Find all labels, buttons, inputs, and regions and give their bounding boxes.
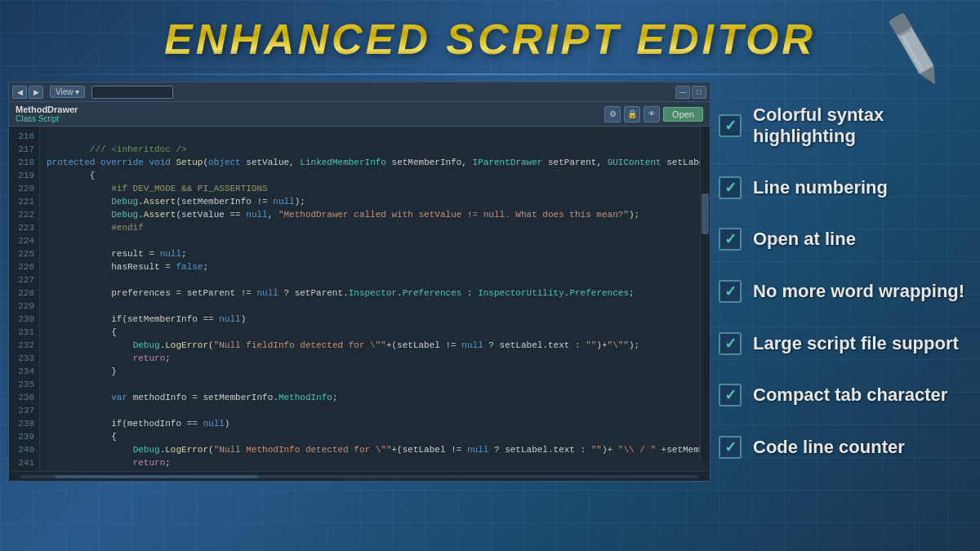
settings-icon: ⚙ <box>609 109 617 118</box>
editor-toolbar: ◀ ▶ View ▾ — □ <box>9 82 710 102</box>
feature-checkbox-compact-tab[interactable] <box>719 384 742 407</box>
title-bar: ENHANCED SCRIPT EDITOR <box>0 0 980 73</box>
nav-back-icon: ◀ <box>17 88 23 96</box>
feature-label-line-numbering: Line numbering <box>753 177 888 198</box>
open-button[interactable]: Open <box>663 107 703 122</box>
search-input[interactable] <box>91 86 173 99</box>
feature-checkbox-line-numbering[interactable] <box>719 176 742 199</box>
feature-label-colorful-syntax: Colorful syntax highlighting <box>753 104 972 147</box>
feature-label-line-counter: Code line counter <box>753 437 905 458</box>
horizontal-scrollbar[interactable] <box>9 471 710 481</box>
feature-item-compact-tab: Compact tab character <box>719 380 972 410</box>
feature-checkbox-open-at-line[interactable] <box>719 228 742 251</box>
file-name: MethodDrawer <box>16 104 78 114</box>
hscrollbar-thumb[interactable] <box>55 475 258 478</box>
scrollbar-thumb[interactable] <box>702 193 709 234</box>
feature-checkbox-line-counter[interactable] <box>719 436 742 459</box>
view-menu-button[interactable]: View ▾ <box>50 86 85 98</box>
minimize-button[interactable]: — <box>675 86 690 99</box>
feature-checkbox-colorful-syntax[interactable] <box>719 114 742 137</box>
nav-forward-button[interactable]: ▶ <box>29 86 43 99</box>
feature-label-no-word-wrap: No more word wrapping! <box>753 281 964 302</box>
file-info: MethodDrawer Class Script <box>16 104 78 123</box>
features-panel: Colorful syntax highlightingLine numberi… <box>719 82 972 482</box>
editor-panel: ◀ ▶ View ▾ — □ MethodDrawer Class Script <box>8 82 710 482</box>
feature-checkbox-large-file[interactable] <box>719 332 742 355</box>
minimize-icon: — <box>679 88 687 96</box>
vertical-scrollbar[interactable] <box>700 127 710 461</box>
feature-label-large-file: Large script file support <box>753 333 959 354</box>
code-area: 2162172182192202212222232242252262272282… <box>9 127 710 471</box>
code-content[interactable]: /// <inheritdoc />protected override voi… <box>40 127 710 471</box>
title-divider <box>8 73 972 75</box>
settings-button[interactable]: ⚙ <box>604 106 621 122</box>
eye-icon: 👁 <box>648 110 655 118</box>
feature-label-compact-tab: Compact tab character <box>753 384 947 406</box>
feature-item-large-file: Large script file support <box>719 329 972 358</box>
app-title: ENHANCED SCRIPT EDITOR <box>164 16 816 63</box>
hscrollbar-track <box>20 475 698 478</box>
feature-item-no-word-wrap: No more word wrapping! <box>719 277 972 306</box>
nav-back-button[interactable]: ◀ <box>12 86 27 99</box>
feature-item-colorful-syntax: Colorful syntax highlighting <box>719 101 972 150</box>
maximize-button[interactable]: □ <box>692 86 706 99</box>
editor-header: MethodDrawer Class Script ⚙ 🔒 👁 Open <box>9 102 710 127</box>
lock-icon: 🔒 <box>627 109 637 118</box>
feature-item-line-counter: Code line counter <box>719 433 972 462</box>
feature-checkbox-no-word-wrap[interactable] <box>719 280 742 303</box>
header-actions: ⚙ 🔒 👁 Open <box>604 106 703 122</box>
feature-item-line-numbering: Line numbering <box>719 173 972 202</box>
feature-label-open-at-line: Open at line <box>753 229 856 250</box>
nav-forward-icon: ▶ <box>33 88 39 96</box>
line-numbers: 2162172182192202212222232242252262272282… <box>9 127 40 471</box>
maximize-icon: □ <box>697 88 701 96</box>
file-class: Class Script <box>16 114 78 123</box>
lock-button[interactable]: 🔒 <box>624 106 640 122</box>
eye-button[interactable]: 👁 <box>644 106 660 122</box>
main-content: ◀ ▶ View ▾ — □ MethodDrawer Class Script <box>0 82 980 482</box>
feature-item-open-at-line: Open at line <box>719 224 972 254</box>
